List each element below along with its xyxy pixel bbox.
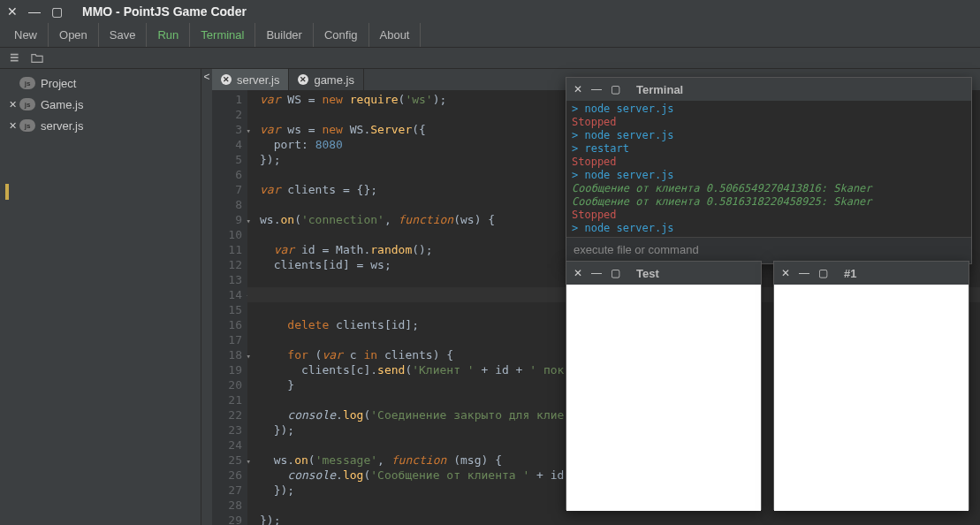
- close-icon[interactable]: ✕: [781, 267, 790, 279]
- close-icon[interactable]: ✕: [574, 83, 582, 95]
- line-number: 2: [212, 107, 242, 122]
- menu-terminal[interactable]: Terminal: [190, 23, 255, 47]
- close-icon[interactable]: ✕: [298, 74, 308, 85]
- tree-item-server-js[interactable]: ✕jsserver.js: [0, 115, 201, 136]
- window-maximize-icon[interactable]: ▢: [51, 4, 63, 19]
- line-number: 26: [212, 468, 242, 483]
- line-number: 25▾: [212, 453, 242, 468]
- panel-title: #1: [844, 267, 856, 280]
- sidebar: jsProject✕jsGame.js✕jsserver.js: [0, 69, 201, 525]
- line-number: 3▾: [212, 122, 242, 137]
- terminal-line: Stopped: [572, 156, 966, 169]
- close-icon[interactable]: ✕: [5, 99, 19, 110]
- line-number: 6: [212, 167, 242, 182]
- tree-item-label: Project: [41, 77, 76, 90]
- minimize-icon[interactable]: —: [799, 267, 809, 279]
- test-panel: ✕ — ▢ Test: [566, 261, 762, 510]
- line-number: 15: [212, 302, 242, 317]
- menu-new[interactable]: New: [4, 23, 49, 47]
- terminal-line: > node server.js: [572, 222, 966, 235]
- titlebar: ✕ — ▢ MMO - PointJS Game Coder: [0, 0, 980, 23]
- line-number: 9▾: [212, 212, 242, 227]
- menu-run[interactable]: Run: [147, 23, 190, 47]
- line-number: 28: [212, 498, 242, 513]
- line-number: 24: [212, 438, 242, 453]
- minimize-icon[interactable]: —: [591, 267, 602, 279]
- menubar: NewOpenSaveRunTerminalBuilderConfigAbout: [0, 23, 980, 48]
- terminal-line: Stopped: [572, 116, 966, 129]
- gutter: 123▾456789▾1011121314▾15161718▾192021222…: [212, 90, 247, 525]
- maximize-icon[interactable]: ▢: [611, 267, 620, 279]
- window-minimize-icon[interactable]: —: [28, 4, 41, 19]
- terminal-line: Сообщение от клиента 0.5816318220458925:…: [572, 195, 966, 209]
- panel-1-head[interactable]: ✕ — ▢ #1: [774, 262, 969, 285]
- test-panel-head[interactable]: ✕ — ▢ Test: [566, 262, 761, 285]
- line-number: 4: [212, 137, 242, 152]
- close-icon[interactable]: ✕: [221, 74, 232, 85]
- split-handle[interactable]: <: [201, 69, 212, 525]
- file-badge-icon: js: [19, 77, 35, 89]
- modified-indicator: [5, 184, 9, 200]
- file-badge-icon: js: [19, 119, 35, 132]
- tree-item-project[interactable]: jsProject: [0, 72, 201, 94]
- terminal-line: > node server.js: [572, 129, 966, 142]
- code-line[interactable]: });: [260, 513, 980, 525]
- tab-server-js[interactable]: ✕server.js: [212, 69, 289, 90]
- line-number: 13: [212, 272, 242, 287]
- window-close-icon[interactable]: ✕: [7, 4, 18, 19]
- terminal-line: > node server.js: [572, 169, 966, 182]
- tab-label: game.js: [314, 73, 354, 87]
- line-number: 27: [212, 483, 242, 498]
- line-number: 20: [212, 377, 242, 392]
- terminal-title: Terminal: [636, 83, 683, 96]
- svg-rect-1: [11, 57, 19, 58]
- line-number: 14▾: [212, 287, 242, 302]
- menu-config[interactable]: Config: [314, 23, 369, 47]
- toolstrip: [0, 48, 980, 69]
- tree-item-game-js[interactable]: ✕jsGame.js: [0, 94, 201, 115]
- terminal-line: Stopped: [572, 209, 966, 222]
- svg-rect-0: [11, 53, 19, 55]
- menu-about[interactable]: About: [369, 23, 422, 47]
- tree-item-label: server.js: [41, 119, 83, 133]
- menu-save[interactable]: Save: [99, 23, 148, 47]
- collapse-icon: <: [203, 71, 209, 83]
- line-number: 23: [212, 422, 242, 438]
- close-icon[interactable]: ✕: [574, 267, 582, 279]
- maximize-icon[interactable]: ▢: [818, 267, 828, 279]
- line-number: 18▾: [212, 347, 242, 362]
- panel-title: Test: [636, 267, 659, 280]
- file-badge-icon: js: [19, 98, 35, 110]
- maximize-icon[interactable]: ▢: [611, 83, 620, 95]
- close-icon[interactable]: ✕: [5, 120, 19, 132]
- menu-open[interactable]: Open: [49, 23, 99, 47]
- line-number: 10: [212, 227, 242, 242]
- list-tree-icon[interactable]: [5, 50, 27, 66]
- panel-1: ✕ — ▢ #1: [773, 261, 969, 510]
- tree-item-label: Game.js: [41, 98, 83, 111]
- folder-icon[interactable]: [27, 50, 48, 66]
- terminal-line: > restart: [572, 142, 966, 156]
- minimize-icon[interactable]: —: [591, 83, 602, 95]
- line-number: 8: [212, 197, 242, 212]
- line-number: 5: [212, 152, 242, 167]
- line-number: 22: [212, 407, 242, 422]
- terminal-head[interactable]: ✕ — ▢ Terminal: [566, 78, 971, 101]
- line-number: 12: [212, 257, 242, 272]
- terminal-line: > node server.js: [572, 103, 966, 116]
- line-number: 21: [212, 392, 242, 407]
- terminal-panel: ✕ — ▢ Terminal > node server.jsStopped> …: [566, 77, 972, 264]
- test-panel-body[interactable]: [566, 285, 761, 511]
- window-title: MMO - PointJS Game Coder: [82, 4, 247, 19]
- line-number: 11: [212, 242, 242, 257]
- line-number: 7: [212, 182, 242, 197]
- tab-label: server.js: [237, 73, 279, 87]
- tab-game-js[interactable]: ✕game.js: [289, 69, 364, 90]
- panel-1-body[interactable]: [774, 285, 969, 511]
- line-number: 19: [212, 362, 242, 377]
- line-number: 17: [212, 332, 242, 347]
- terminal-line: Сообщение от клиента 0.5066549270413816:…: [572, 182, 966, 195]
- terminal-output: > node server.jsStopped> node server.js>…: [566, 101, 971, 237]
- terminal-input[interactable]: execute file or command: [566, 237, 971, 263]
- menu-builder[interactable]: Builder: [255, 23, 313, 47]
